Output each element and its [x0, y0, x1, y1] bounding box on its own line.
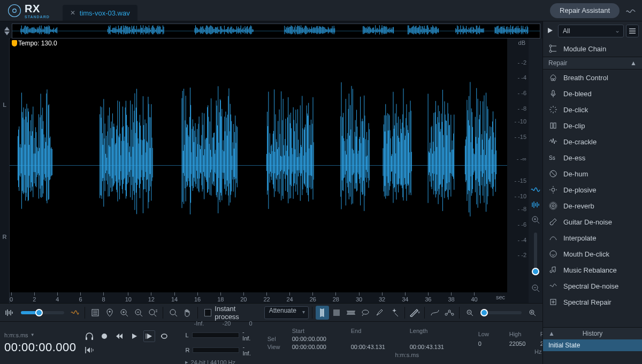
hand-tool-icon[interactable]	[181, 306, 194, 320]
svg-rect-528	[144, 140, 144, 177]
play-selection-button[interactable]	[143, 330, 155, 342]
time-format-selector[interactable]: h:m:s.ms ▼	[4, 332, 76, 338]
time-ruler[interactable]: sec 024681012141618202224262830323436384…	[10, 292, 507, 303]
svg-rect-710	[343, 138, 344, 179]
h-zoom-slider[interactable]	[21, 311, 64, 314]
svg-rect-486	[117, 100, 118, 202]
module-de-crackle[interactable]: De-crackle	[543, 134, 642, 150]
tempo-marker[interactable]: Tempo: 130.0	[12, 40, 57, 47]
tf-select-icon[interactable]	[330, 306, 343, 320]
return-to-start-icon[interactable]	[83, 344, 95, 356]
collapse-history-icon[interactable]: ▲	[548, 330, 555, 337]
zoom-in-icon[interactable]	[530, 214, 541, 225]
svg-text:Ss: Ss	[549, 155, 555, 161]
vertical-zoom-slider[interactable]	[534, 233, 537, 275]
svg-rect-766	[392, 136, 393, 184]
history-header[interactable]: ▲ History	[543, 328, 642, 339]
zoom-sel-icon[interactable]	[146, 306, 159, 320]
svg-rect-775	[398, 117, 399, 192]
zoom-out-tool-icon[interactable]	[132, 306, 145, 320]
loop-button[interactable]	[158, 330, 170, 342]
db-header: dB	[518, 40, 525, 46]
svg-rect-769	[394, 126, 395, 187]
wave-mode-icon[interactable]	[3, 306, 17, 320]
close-tab-icon[interactable]: ✕	[70, 9, 75, 17]
module-de-ess[interactable]: SsDe-ess	[543, 150, 642, 166]
svg-rect-473	[109, 107, 110, 196]
svg-rect-634	[269, 153, 270, 174]
svg-rect-790	[408, 130, 408, 184]
svg-rect-736	[360, 97, 361, 206]
module-music-rebalance[interactable]: Music Rebalance	[543, 262, 642, 278]
module-spectral-de-noise[interactable]: Spectral De-noise	[543, 278, 642, 294]
module-de-plosive[interactable]: De-plosive	[543, 182, 642, 198]
svg-point-918	[149, 309, 155, 315]
module-mouth-de-click[interactable]: Mouth De-click	[543, 246, 642, 262]
zoom-out-icon[interactable]	[530, 283, 541, 293]
svg-rect-446	[45, 137, 45, 181]
svg-rect-869	[484, 95, 484, 203]
spectral-edit-icon[interactable]	[624, 4, 638, 18]
svg-rect-584	[208, 117, 209, 189]
svg-rect-759	[388, 130, 388, 183]
module-breath-control[interactable]: Breath Control	[543, 69, 642, 86]
record-button[interactable]	[98, 330, 110, 342]
timecode-display[interactable]: 00:00:00.000	[4, 340, 76, 354]
repair-section-header[interactable]: Repair▲	[543, 57, 642, 69]
app-name: RX	[25, 3, 50, 15]
module-filter-select[interactable]: All	[558, 25, 624, 37]
zoom-in-tool-icon[interactable]	[117, 306, 131, 320]
svg-rect-651	[280, 134, 280, 179]
panel-menu-icon[interactable]	[626, 25, 639, 37]
rewind-button[interactable]	[113, 330, 125, 342]
zoom-in-small-icon[interactable]	[526, 306, 539, 320]
svg-rect-787	[406, 118, 406, 189]
svg-rect-703	[313, 97, 314, 200]
svg-rect-574	[202, 113, 203, 192]
nodes-icon[interactable]	[442, 306, 456, 320]
lasso-icon[interactable]	[359, 306, 372, 320]
module-de-click[interactable]: De-click	[543, 102, 642, 118]
history-item-initial[interactable]: Initial State	[543, 339, 642, 351]
hum-icon	[548, 169, 558, 179]
svg-rect-469	[106, 158, 107, 171]
svg-rect-746	[366, 132, 367, 182]
play-button[interactable]	[128, 330, 140, 342]
pen-tool-icon[interactable]: ▾	[408, 306, 422, 320]
clip-icon	[548, 121, 558, 130]
spectro-mode-icon[interactable]	[68, 306, 82, 320]
module-de-clip[interactable]: De-clip	[543, 118, 642, 134]
curve-icon[interactable]	[428, 306, 441, 320]
zoom-tool-icon[interactable]	[166, 306, 180, 320]
wand-icon[interactable]	[388, 306, 401, 320]
module-de-reverb[interactable]: De-reverb	[543, 198, 642, 214]
apply-chain-icon[interactable]	[546, 27, 556, 36]
zoom-out-small-icon[interactable]	[463, 306, 476, 320]
attenuate-select[interactable]: Attenuate	[264, 306, 309, 319]
instant-process-checkbox[interactable]: Instant process	[204, 305, 260, 321]
list-icon[interactable]	[88, 306, 102, 320]
repair-assistant-button[interactable]: Repair Assistant	[550, 3, 620, 18]
svg-rect-438	[40, 117, 40, 188]
waveform-display[interactable]: Tempo: 130.0 sec 02468101214161820222426…	[10, 38, 507, 303]
freq-select-icon[interactable]	[345, 306, 358, 320]
file-tab[interactable]: ✕ tims-vox-03.wav	[63, 5, 137, 21]
headphones-icon[interactable]	[83, 330, 95, 342]
svg-rect-804	[432, 153, 433, 173]
brush-icon[interactable]	[373, 306, 387, 320]
module-de-bleed[interactable]: De-bleed	[543, 86, 642, 102]
overview-waveform[interactable]	[12, 24, 540, 38]
overview-scroll-arrows[interactable]	[2, 24, 12, 38]
module-spectral-repair[interactable]: Spectral Repair	[543, 294, 642, 310]
brush-size-slider[interactable]	[480, 311, 522, 314]
svg-rect-697	[309, 149, 309, 175]
module-chain-row[interactable]: Module Chain	[543, 41, 642, 57]
module-interpolate[interactable]: Interpolate	[543, 230, 642, 246]
module-guitar-de-noise[interactable]: Guitar De-noise	[543, 214, 642, 230]
wave-view-icon[interactable]	[530, 184, 541, 195]
time-select-icon[interactable]	[316, 306, 329, 320]
marker-icon[interactable]	[103, 306, 116, 320]
svg-rect-496	[124, 141, 124, 179]
module-de-hum[interactable]: De-hum	[543, 166, 642, 182]
bars-view-icon[interactable]	[530, 199, 541, 210]
